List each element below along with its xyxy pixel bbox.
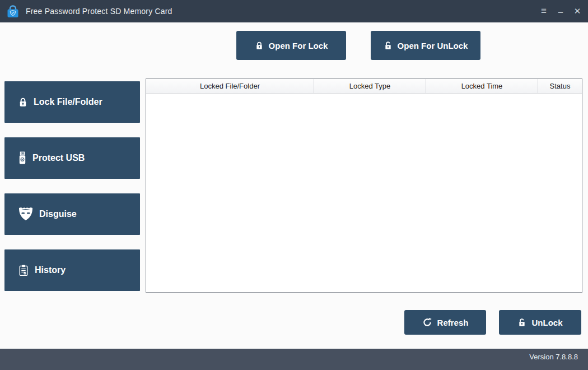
- lock-open-icon: [517, 318, 526, 327]
- clipboard-icon: [18, 264, 29, 276]
- table-body[interactable]: [146, 94, 582, 292]
- usb-drive-icon: [18, 151, 27, 165]
- minimize-icon[interactable]: –: [552, 0, 569, 22]
- unlock-label: UnLock: [531, 318, 562, 327]
- menu-icon[interactable]: ≡: [535, 0, 552, 22]
- sidebar-item-label: History: [35, 265, 66, 275]
- open-for-lock-button[interactable]: Open For Lock: [236, 31, 346, 60]
- unlock-button[interactable]: UnLock: [499, 310, 581, 335]
- open-for-unlock-button[interactable]: Open For UnLock: [371, 31, 480, 60]
- statusbar: Version 7.8.8.8: [0, 349, 588, 370]
- sidebar-item-lock-file-folder[interactable]: Lock File/Folder: [4, 81, 140, 123]
- refresh-button[interactable]: Refresh: [404, 310, 486, 335]
- open-for-unlock-label: Open For UnLock: [398, 41, 468, 50]
- titlebar: Free Password Protect SD Memory Card ≡ –…: [0, 0, 588, 22]
- sidebar-item-history[interactable]: History: [4, 249, 140, 291]
- sidebar-item-disguise[interactable]: Disguise: [4, 193, 140, 235]
- sidebar-item-protect-usb[interactable]: Protect USB: [4, 137, 140, 179]
- mask-icon: [18, 207, 34, 221]
- version-label: Version 7.8.8.8: [529, 353, 578, 361]
- open-for-lock-label: Open For Lock: [269, 41, 328, 50]
- column-header-locked-time[interactable]: Locked Time: [426, 79, 538, 93]
- refresh-icon: [422, 317, 432, 327]
- refresh-label: Refresh: [437, 318, 469, 327]
- sidebar-item-label: Disguise: [39, 209, 77, 219]
- sidebar-item-label: Protect USB: [32, 153, 85, 163]
- window-controls: ≡ – ✕: [535, 0, 588, 22]
- lock-icon: [18, 97, 28, 108]
- window-title: Free Password Protect SD Memory Card: [26, 7, 172, 16]
- app-logo-icon: [6, 4, 20, 18]
- lock-open-icon: [384, 41, 393, 50]
- table-header-row: Locked File/Folder Locked Type Locked Ti…: [146, 79, 582, 94]
- column-header-locked-type[interactable]: Locked Type: [314, 79, 426, 93]
- app-window: Free Password Protect SD Memory Card ≡ –…: [0, 0, 588, 370]
- close-icon[interactable]: ✕: [569, 0, 586, 22]
- column-header-locked-file-folder[interactable]: Locked File/Folder: [146, 79, 314, 93]
- lock-closed-icon: [255, 41, 264, 50]
- sidebar-item-label: Lock File/Folder: [34, 97, 102, 107]
- column-header-status[interactable]: Status: [538, 79, 582, 93]
- locked-items-table: Locked File/Folder Locked Type Locked Ti…: [146, 78, 582, 293]
